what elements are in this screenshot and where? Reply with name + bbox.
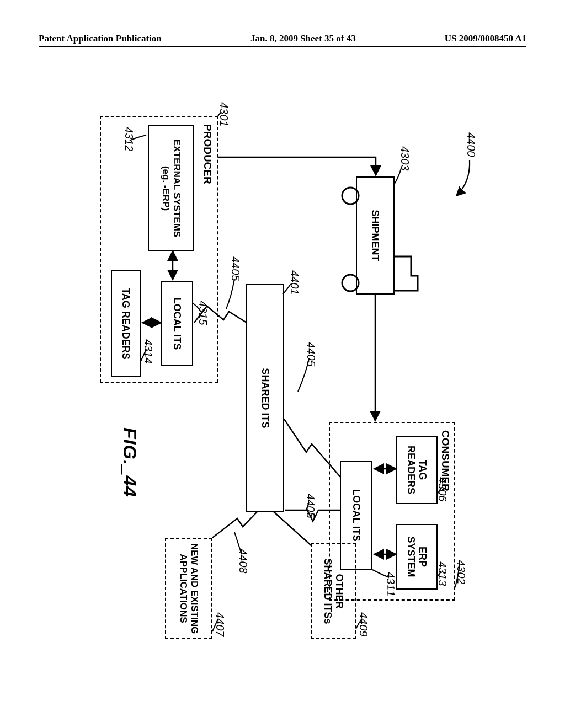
- ref-4409: 4409: [357, 612, 370, 637]
- ref-4306: 4306: [436, 477, 449, 502]
- other-shared-label: OTHER SHARED ITSs: [322, 558, 345, 624]
- ref-4314: 4314: [142, 339, 154, 364]
- header-left: Patent Application Publication: [39, 33, 162, 44]
- header-center: Jan. 8, 2009 Sheet 35 of 43: [250, 33, 356, 44]
- erp-system-box: ERP SYSTEM: [396, 524, 438, 590]
- ref-4405-c: 4405: [229, 256, 242, 281]
- ref-4407: 4407: [214, 612, 226, 637]
- ref-4313: 4313: [436, 561, 449, 586]
- ref-4408: 4408: [237, 549, 249, 574]
- new-existing-apps-box: NEW AND EXISTING APPLICATIONS: [165, 538, 212, 639]
- ref-4400: 4400: [465, 132, 477, 157]
- figure-caption: FIG._44: [119, 427, 141, 497]
- ref-4405-b: 4405: [305, 342, 317, 367]
- tag-readers-producer-box: TAG READERS: [111, 270, 141, 377]
- header-rule: [39, 46, 526, 47]
- diagram-rotated-container: 4400 CONSUMER 4302 TAG READERS 4306 ERP …: [74, 85, 488, 645]
- ref-4301: 4301: [217, 102, 230, 127]
- shared-its-box: SHARED ITS: [246, 284, 284, 512]
- ref-4405-a: 4405: [304, 494, 317, 518]
- header-right: US 2009/0008450 A1: [445, 33, 526, 44]
- diagram-area: 4400 CONSUMER 4302 TAG READERS 4306 ERP …: [74, 85, 488, 645]
- tag-readers-consumer-box: TAG READERS: [396, 436, 438, 504]
- ref-4401: 4401: [288, 270, 301, 295]
- ref-4312: 4312: [122, 127, 135, 152]
- ref-4303: 4303: [398, 146, 411, 171]
- ref-4311: 4311: [384, 572, 397, 597]
- ref-4302: 4302: [455, 560, 467, 585]
- other-shared-its-box: OTHER SHARED ITSs: [311, 543, 356, 639]
- local-its-producer-box: LOCAL ITS: [161, 281, 193, 366]
- new-existing-apps-label: NEW AND EXISTING APPLICATIONS: [178, 543, 200, 634]
- producer-label: PRODUCER: [201, 124, 214, 184]
- shipment-box: SHIPMENT: [356, 176, 395, 295]
- patent-header: Patent Application Publication Jan. 8, 2…: [0, 33, 565, 44]
- shipment-label: SHIPMENT: [370, 210, 381, 261]
- external-systems-box: EXTERNAL SYSTEMS (eg. -ERP): [148, 125, 194, 251]
- ref-4315: 4315: [196, 301, 209, 325]
